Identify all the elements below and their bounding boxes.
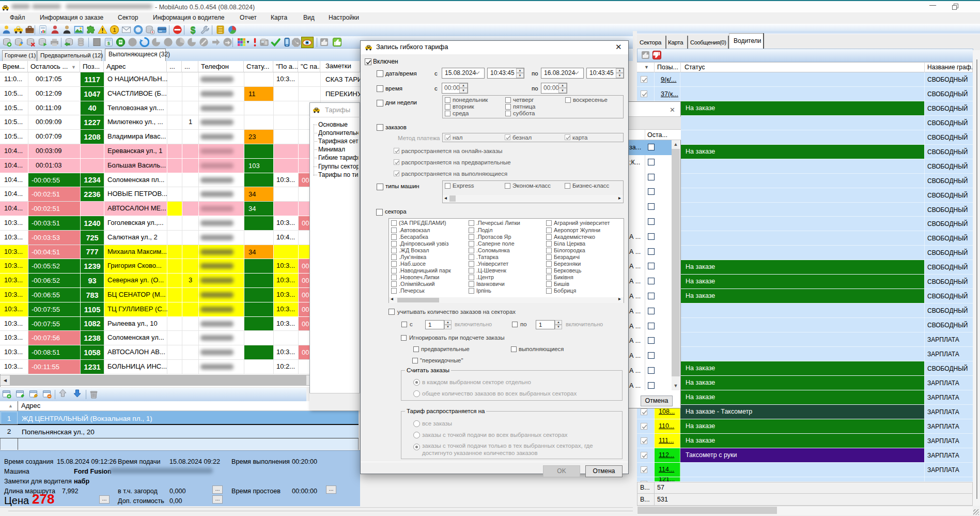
svg-text:$: $ [190,25,195,35]
svg-text:$: $ [107,41,110,46]
svg-text:1: 1 [113,27,116,33]
